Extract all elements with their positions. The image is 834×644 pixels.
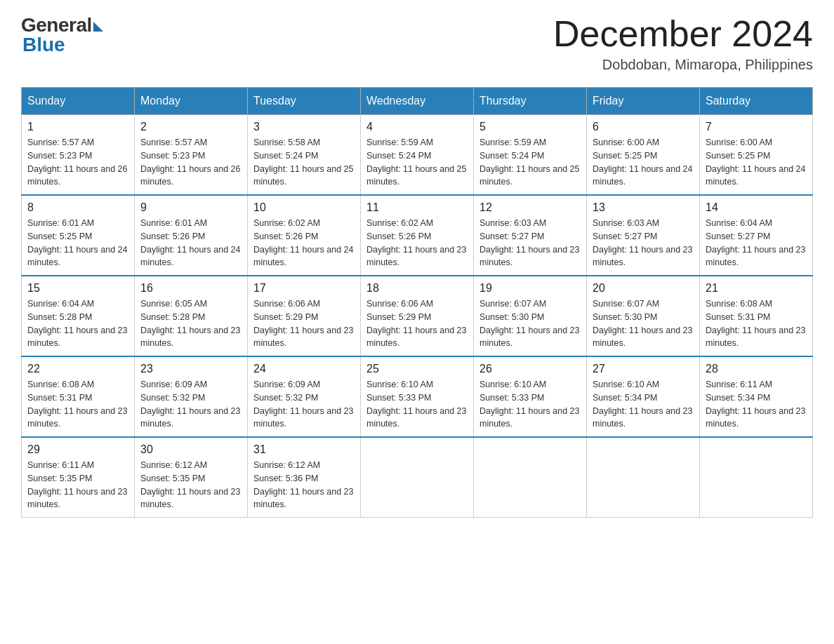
calendar-header-sunday: Sunday [22, 88, 135, 115]
day-number: 30 [140, 443, 241, 456]
calendar-cell: 18 Sunrise: 6:06 AMSunset: 5:29 PMDaylig… [361, 276, 474, 356]
day-number: 9 [140, 201, 241, 214]
day-info: Sunrise: 6:08 AMSunset: 5:31 PMDaylight:… [706, 297, 807, 350]
day-info: Sunrise: 6:10 AMSunset: 5:33 PMDaylight:… [366, 378, 468, 431]
logo-triangle-icon [93, 22, 103, 32]
page-header: General Blue December 2024 Dobdoban, Mim… [21, 14, 813, 73]
calendar-cell: 22 Sunrise: 6:08 AMSunset: 5:31 PMDaylig… [22, 356, 135, 437]
day-info: Sunrise: 6:11 AMSunset: 5:34 PMDaylight:… [706, 378, 807, 431]
calendar-cell: 11 Sunrise: 6:02 AMSunset: 5:26 PMDaylig… [361, 195, 474, 276]
day-number: 10 [253, 201, 355, 214]
logo: General Blue [21, 14, 103, 56]
day-info: Sunrise: 6:02 AMSunset: 5:26 PMDaylight:… [253, 217, 355, 269]
calendar-cell: 30 Sunrise: 6:12 AMSunset: 5:35 PMDaylig… [135, 437, 248, 518]
calendar-cell: 19 Sunrise: 6:07 AMSunset: 5:30 PMDaylig… [474, 276, 587, 356]
day-info: Sunrise: 6:03 AMSunset: 5:27 PMDaylight:… [479, 217, 581, 269]
calendar-header-wednesday: Wednesday [361, 88, 474, 115]
calendar-cell: 14 Sunrise: 6:04 AMSunset: 5:27 PMDaylig… [700, 195, 813, 276]
location-subtitle: Dobdoban, Mimaropa, Philippines [553, 57, 813, 73]
day-info: Sunrise: 6:12 AMSunset: 5:35 PMDaylight:… [140, 459, 241, 511]
day-info: Sunrise: 5:57 AMSunset: 5:23 PMDaylight:… [140, 136, 241, 189]
day-number: 7 [706, 121, 807, 133]
day-number: 2 [140, 121, 241, 133]
calendar-week-row: 29 Sunrise: 6:11 AMSunset: 5:35 PMDaylig… [22, 437, 813, 518]
logo-blue-text: Blue [22, 34, 65, 56]
calendar-header-thursday: Thursday [474, 88, 587, 115]
day-info: Sunrise: 6:00 AMSunset: 5:25 PMDaylight:… [593, 136, 694, 189]
day-number: 13 [593, 201, 694, 214]
calendar-cell: 16 Sunrise: 6:05 AMSunset: 5:28 PMDaylig… [135, 276, 248, 356]
day-number: 28 [706, 363, 807, 375]
day-number: 16 [140, 282, 241, 295]
calendar-cell: 29 Sunrise: 6:11 AMSunset: 5:35 PMDaylig… [22, 437, 135, 518]
calendar-week-row: 15 Sunrise: 6:04 AMSunset: 5:28 PMDaylig… [22, 276, 813, 356]
day-info: Sunrise: 6:06 AMSunset: 5:29 PMDaylight:… [253, 297, 355, 350]
month-title: December 2024 [553, 14, 813, 54]
day-info: Sunrise: 6:08 AMSunset: 5:31 PMDaylight:… [27, 378, 128, 431]
calendar-week-row: 8 Sunrise: 6:01 AMSunset: 5:25 PMDayligh… [22, 195, 813, 276]
day-number: 8 [27, 201, 128, 214]
day-number: 4 [366, 121, 468, 133]
calendar-cell: 4 Sunrise: 5:59 AMSunset: 5:24 PMDayligh… [361, 115, 474, 196]
day-info: Sunrise: 6:10 AMSunset: 5:33 PMDaylight:… [479, 378, 581, 431]
day-number: 5 [479, 121, 581, 133]
day-number: 12 [479, 201, 581, 214]
day-info: Sunrise: 5:59 AMSunset: 5:24 PMDaylight:… [479, 136, 581, 189]
day-info: Sunrise: 6:10 AMSunset: 5:34 PMDaylight:… [593, 378, 694, 431]
day-number: 23 [140, 363, 241, 375]
day-number: 3 [253, 121, 355, 133]
calendar-cell [474, 437, 587, 518]
day-number: 20 [593, 282, 694, 295]
day-info: Sunrise: 6:04 AMSunset: 5:27 PMDaylight:… [706, 217, 807, 269]
day-number: 21 [706, 282, 807, 295]
calendar-cell: 24 Sunrise: 6:09 AMSunset: 5:32 PMDaylig… [248, 356, 361, 437]
calendar-cell: 27 Sunrise: 6:10 AMSunset: 5:34 PMDaylig… [587, 356, 700, 437]
day-info: Sunrise: 6:00 AMSunset: 5:25 PMDaylight:… [706, 136, 807, 189]
day-number: 1 [27, 121, 128, 133]
calendar-header-row: SundayMondayTuesdayWednesdayThursdayFrid… [22, 88, 813, 115]
day-number: 18 [366, 282, 468, 295]
day-info: Sunrise: 6:06 AMSunset: 5:29 PMDaylight:… [366, 297, 468, 350]
calendar-cell [361, 437, 474, 518]
calendar-cell: 12 Sunrise: 6:03 AMSunset: 5:27 PMDaylig… [474, 195, 587, 276]
calendar-week-row: 1 Sunrise: 5:57 AMSunset: 5:23 PMDayligh… [22, 115, 813, 196]
calendar-cell: 21 Sunrise: 6:08 AMSunset: 5:31 PMDaylig… [700, 276, 813, 356]
day-info: Sunrise: 6:11 AMSunset: 5:35 PMDaylight:… [27, 459, 128, 511]
day-number: 27 [593, 363, 694, 375]
title-section: December 2024 Dobdoban, Mimaropa, Philip… [553, 14, 813, 73]
calendar-cell: 2 Sunrise: 5:57 AMSunset: 5:23 PMDayligh… [135, 115, 248, 196]
calendar-cell: 25 Sunrise: 6:10 AMSunset: 5:33 PMDaylig… [361, 356, 474, 437]
calendar-cell: 26 Sunrise: 6:10 AMSunset: 5:33 PMDaylig… [474, 356, 587, 437]
day-number: 15 [27, 282, 128, 295]
day-number: 31 [253, 443, 355, 456]
day-info: Sunrise: 6:01 AMSunset: 5:26 PMDaylight:… [140, 217, 241, 269]
calendar-header-friday: Friday [587, 88, 700, 115]
calendar-header-monday: Monday [135, 88, 248, 115]
day-info: Sunrise: 5:57 AMSunset: 5:23 PMDaylight:… [27, 136, 128, 189]
day-info: Sunrise: 5:58 AMSunset: 5:24 PMDaylight:… [253, 136, 355, 189]
calendar-cell: 1 Sunrise: 5:57 AMSunset: 5:23 PMDayligh… [22, 115, 135, 196]
calendar-table: SundayMondayTuesdayWednesdayThursdayFrid… [21, 87, 813, 518]
calendar-cell: 20 Sunrise: 6:07 AMSunset: 5:30 PMDaylig… [587, 276, 700, 356]
calendar-cell: 7 Sunrise: 6:00 AMSunset: 5:25 PMDayligh… [700, 115, 813, 196]
day-info: Sunrise: 6:05 AMSunset: 5:28 PMDaylight:… [140, 297, 241, 350]
day-number: 14 [706, 201, 807, 214]
day-number: 11 [366, 201, 468, 214]
calendar-cell: 15 Sunrise: 6:04 AMSunset: 5:28 PMDaylig… [22, 276, 135, 356]
calendar-cell: 9 Sunrise: 6:01 AMSunset: 5:26 PMDayligh… [135, 195, 248, 276]
calendar-cell: 28 Sunrise: 6:11 AMSunset: 5:34 PMDaylig… [700, 356, 813, 437]
calendar-cell: 8 Sunrise: 6:01 AMSunset: 5:25 PMDayligh… [22, 195, 135, 276]
day-info: Sunrise: 6:03 AMSunset: 5:27 PMDaylight:… [593, 217, 694, 269]
day-number: 29 [27, 443, 128, 456]
calendar-cell: 10 Sunrise: 6:02 AMSunset: 5:26 PMDaylig… [248, 195, 361, 276]
day-info: Sunrise: 6:02 AMSunset: 5:26 PMDaylight:… [366, 217, 468, 269]
day-number: 19 [479, 282, 581, 295]
calendar-header-tuesday: Tuesday [248, 88, 361, 115]
calendar-cell: 23 Sunrise: 6:09 AMSunset: 5:32 PMDaylig… [135, 356, 248, 437]
calendar-cell: 6 Sunrise: 6:00 AMSunset: 5:25 PMDayligh… [587, 115, 700, 196]
day-number: 22 [27, 363, 128, 375]
day-info: Sunrise: 6:12 AMSunset: 5:36 PMDaylight:… [253, 459, 355, 511]
day-info: Sunrise: 6:09 AMSunset: 5:32 PMDaylight:… [253, 378, 355, 431]
calendar-week-row: 22 Sunrise: 6:08 AMSunset: 5:31 PMDaylig… [22, 356, 813, 437]
calendar-cell: 3 Sunrise: 5:58 AMSunset: 5:24 PMDayligh… [248, 115, 361, 196]
